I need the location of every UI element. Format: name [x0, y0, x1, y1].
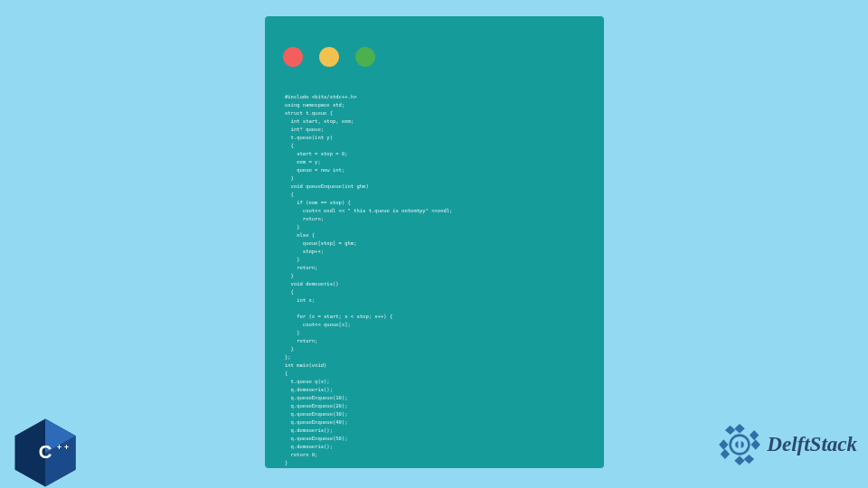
minimize-icon: [319, 47, 339, 67]
code-content: #include <bits/stdc++.h> using namespace…: [285, 93, 584, 467]
svg-marker-12: [719, 439, 728, 449]
cpp-badge-icon: C + +: [10, 418, 80, 488]
svg-marker-7: [750, 430, 759, 440]
svg-marker-13: [725, 426, 735, 435]
window-controls: [283, 47, 375, 67]
svg-point-14: [731, 436, 750, 455]
svg-text:+: +: [64, 443, 69, 452]
maximize-icon: [355, 47, 375, 67]
delftstack-logo-icon: [716, 421, 763, 468]
svg-text:C: C: [39, 442, 52, 462]
code-window: #include <bits/stdc++.h> using namespace…: [265, 16, 604, 468]
delftstack-brand-text: DelftStack: [767, 433, 857, 456]
svg-text:+: +: [57, 443, 61, 452]
close-icon: [283, 47, 303, 67]
svg-marker-9: [744, 455, 754, 464]
svg-marker-8: [751, 439, 760, 449]
delftstack-brand: DelftStack: [716, 421, 857, 468]
svg-marker-11: [721, 449, 730, 459]
svg-marker-10: [735, 455, 745, 465]
svg-marker-6: [735, 424, 745, 433]
